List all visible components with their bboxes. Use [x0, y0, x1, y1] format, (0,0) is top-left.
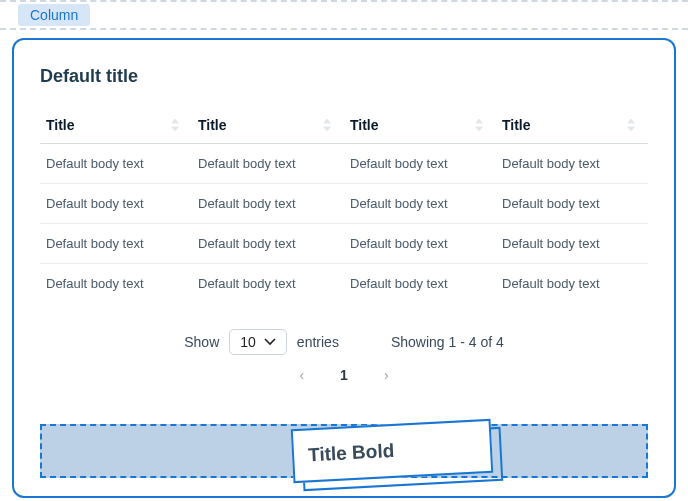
pager: ‹ 1 ›: [40, 367, 648, 383]
card-title: Default title: [40, 66, 648, 87]
table-cell: Default body text: [344, 264, 496, 304]
table-card: Default title Title Title: [12, 38, 676, 498]
sort-icon[interactable]: [170, 119, 180, 132]
sort-icon[interactable]: [626, 119, 636, 132]
table-cell: Default body text: [344, 224, 496, 264]
show-label: Show: [184, 334, 219, 350]
table-cell: Default body text: [344, 144, 496, 184]
drag-card[interactable]: Title Bold: [291, 419, 494, 483]
column-header[interactable]: Title: [192, 107, 344, 144]
table-footer: Show 10 entries Showing 1 - 4 of 4: [40, 329, 648, 355]
table-row: Default body text Default body text Defa…: [40, 144, 648, 184]
table-row: Default body text Default body text Defa…: [40, 184, 648, 224]
table-cell: Default body text: [40, 224, 192, 264]
table-cell: Default body text: [496, 264, 648, 304]
table-cell: Default body text: [192, 224, 344, 264]
editor-top-bar: Column: [0, 0, 688, 30]
entries-label: entries: [297, 334, 339, 350]
column-tab[interactable]: Column: [18, 4, 90, 26]
showing-label: Showing 1 - 4 of 4: [391, 334, 504, 350]
column-header[interactable]: Title: [40, 107, 192, 144]
pager-current[interactable]: 1: [340, 367, 348, 383]
table-cell: Default body text: [496, 224, 648, 264]
column-header[interactable]: Title: [344, 107, 496, 144]
table-cell: Default body text: [344, 184, 496, 224]
column-header[interactable]: Title: [496, 107, 648, 144]
page-size-group: Show 10 entries: [184, 329, 339, 355]
column-header-label: Title: [46, 117, 75, 133]
data-table: Title Title Title: [40, 107, 648, 303]
page-size-value: 10: [240, 334, 256, 350]
table-cell: Default body text: [192, 264, 344, 304]
chevron-down-icon: [264, 338, 276, 346]
table-cell: Default body text: [40, 264, 192, 304]
column-header-label: Title: [350, 117, 379, 133]
pager-prev[interactable]: ‹: [299, 367, 304, 383]
table-row: Default body text Default body text Defa…: [40, 264, 648, 304]
sort-icon[interactable]: [474, 119, 484, 132]
page-size-select[interactable]: 10: [229, 329, 287, 355]
table-cell: Default body text: [496, 144, 648, 184]
table-cell: Default body text: [192, 144, 344, 184]
sort-icon[interactable]: [322, 119, 332, 132]
drag-card-label: Title Bold: [308, 440, 395, 466]
table-row: Default body text Default body text Defa…: [40, 224, 648, 264]
column-header-label: Title: [502, 117, 531, 133]
table-cell: Default body text: [40, 144, 192, 184]
table-cell: Default body text: [496, 184, 648, 224]
table-cell: Default body text: [40, 184, 192, 224]
column-header-label: Title: [198, 117, 227, 133]
table-cell: Default body text: [192, 184, 344, 224]
pager-next[interactable]: ›: [384, 367, 389, 383]
table-header-row: Title Title Title: [40, 107, 648, 144]
